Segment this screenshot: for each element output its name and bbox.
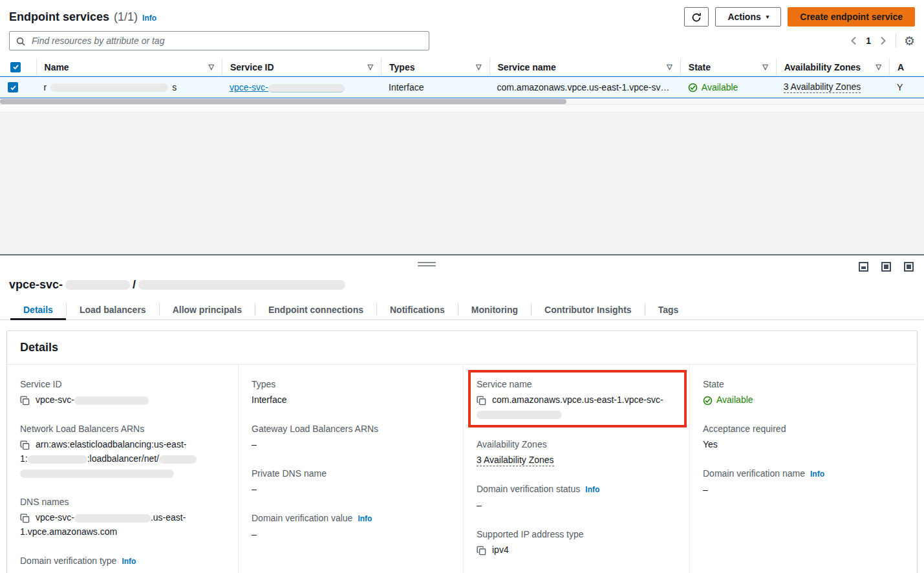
content-background (0, 113, 924, 254)
details-column-1: Service ID vpce-svc- Network Load Balanc… (7, 365, 238, 573)
split-panel-drag-handle-icon[interactable] (418, 262, 436, 268)
field-value: – (20, 570, 225, 573)
overflow-value: Y (897, 82, 903, 92)
copy-icon[interactable] (20, 395, 30, 405)
field-label: Supported IP address type (477, 528, 676, 541)
value-text: 1: (20, 453, 28, 464)
tab-load-balancers[interactable]: Load balancers (67, 299, 159, 319)
create-endpoint-service-button[interactable]: Create endpoint service (788, 7, 915, 27)
copy-icon[interactable] (20, 512, 30, 523)
tab-contributor-insights[interactable]: Contributor Insights (532, 299, 645, 319)
sort-icon[interactable]: ▽ (876, 63, 881, 71)
resource-count: (1/1) (114, 10, 138, 24)
service-name-highlight-box: Service name com.amazonaws.vpce.us-east-… (468, 370, 687, 427)
label-text: Domain verification value (252, 513, 352, 523)
tab-notifications[interactable]: Notifications (377, 299, 458, 319)
field-label: Network Load Balancers ARNs (20, 422, 225, 435)
previous-page-button[interactable] (849, 35, 858, 47)
table-row: rs vpce-svc- Interface com.amazonaws.vpc… (0, 76, 924, 98)
pagination: 1 ⚙ (849, 34, 915, 48)
column-header-types: Types ▽ (381, 58, 489, 76)
field-nlb-arns: Network Load Balancers ARNs arn:aws:elas… (20, 422, 225, 480)
scrollbar-thumb[interactable] (0, 99, 566, 104)
tab-tags[interactable]: Tags (645, 299, 692, 319)
redacted-text (20, 470, 174, 478)
copy-icon[interactable] (20, 439, 30, 449)
sort-icon[interactable]: ▽ (368, 63, 373, 71)
redacted-text (477, 411, 562, 419)
info-link[interactable]: Info (810, 470, 824, 479)
name-text: r (43, 82, 47, 92)
panel-title-separator: / (133, 278, 136, 292)
panel-position-half-icon[interactable] (881, 262, 891, 272)
copy-icon[interactable] (477, 395, 486, 405)
availability-zones-popover-link[interactable]: 3 Availability Zones (784, 81, 861, 93)
redacted-text (28, 455, 87, 464)
info-link[interactable]: Info (585, 485, 599, 494)
field-label: Gateway Load Balancers ARNs (252, 422, 450, 435)
info-link[interactable]: Info (358, 514, 372, 523)
tab-allow-principals[interactable]: Allow principals (160, 299, 255, 319)
split-panel-position-controls (859, 262, 914, 272)
field-service-name: Service name com.amazonaws.vpce.us-east-… (477, 378, 678, 421)
field-availability-zones: Availability Zones 3 Availability Zones (477, 438, 676, 467)
state-badge: Available (688, 82, 738, 93)
column-label: Availability Zones (784, 62, 861, 72)
column-label: A (897, 62, 904, 72)
panel-position-full-icon[interactable] (904, 262, 914, 272)
tab-details[interactable]: Details (10, 299, 66, 319)
value-text: vpce-svc- (36, 395, 74, 405)
sort-icon[interactable]: ▽ (208, 63, 213, 71)
table-bottom-strip (0, 105, 924, 113)
panel-position-bottom-icon[interactable] (859, 262, 868, 272)
field-value: arn:aws:elasticloadbalancing:us-east- 1:… (20, 437, 225, 480)
field-state: State Available (703, 378, 904, 407)
check-circle-icon (703, 393, 713, 407)
sort-icon[interactable]: ▽ (476, 63, 481, 71)
column-header-service-name: Service name ▽ (489, 58, 680, 76)
field-label: Domain verification nameInfo (703, 467, 904, 481)
column-label: Name (45, 62, 69, 72)
column-header-availability-zones: Availability Zones ▽ (776, 58, 889, 76)
tab-endpoint-connections[interactable]: Endpoint connections (255, 299, 376, 319)
table-toolbar: 1 ⚙ (9, 31, 915, 50)
table-settings-gear-icon[interactable]: ⚙ (904, 35, 915, 47)
availability-zones-popover-link[interactable]: 3 Availability Zones (477, 455, 554, 466)
field-domain-verification-type: Domain verification typeInfo – (20, 554, 225, 573)
row-checkbox[interactable] (8, 82, 18, 92)
field-label: Service ID (20, 378, 225, 391)
field-value: – (252, 527, 450, 541)
next-page-button[interactable] (879, 35, 888, 47)
title-group: Endpoint services (1/1) Info (9, 10, 156, 24)
page-info-link[interactable]: Info (142, 14, 156, 23)
field-value: Interface (252, 393, 450, 407)
details-card-heading: Details (7, 331, 917, 365)
field-label: Domain verification statusInfo (477, 482, 676, 496)
search-input[interactable] (9, 31, 429, 50)
details-card: Details Service ID vpce-svc- Network Loa… (6, 330, 918, 573)
types-value: Interface (389, 82, 424, 92)
sort-icon[interactable]: ▽ (667, 63, 672, 71)
sort-icon[interactable]: ▽ (762, 63, 768, 71)
service-id-link[interactable]: vpce-svc- (230, 82, 345, 92)
cell-service-id: vpce-svc- (222, 82, 381, 92)
field-value: vpce-svc- (20, 393, 225, 407)
cell-state: Available (680, 82, 776, 93)
select-all-checkbox[interactable] (10, 62, 21, 72)
field-domain-verification-value: Domain verification valueInfo – (252, 512, 450, 541)
info-link[interactable]: Info (122, 557, 136, 566)
field-value: – (703, 482, 904, 497)
field-supported-ip-address-type: Supported IP address type ipv4 (477, 528, 676, 557)
cell-availability-zones: 3 Availability Zones (776, 81, 889, 93)
service-name-value: com.amazonaws.vpce.us-east-1.vpce-sv… (497, 82, 670, 92)
label-text: Domain verification status (477, 484, 580, 494)
refresh-button[interactable] (684, 7, 709, 27)
actions-button[interactable]: Actions ▾ (715, 7, 781, 27)
column-label: Service ID (230, 62, 274, 72)
tab-monitoring[interactable]: Monitoring (458, 299, 531, 319)
state-label: Available (702, 82, 738, 92)
value-text: 1.vpce.amazonaws.com (20, 526, 117, 537)
field-label: DNS names (20, 495, 225, 508)
copy-icon[interactable] (477, 545, 486, 555)
horizontal-scrollbar (0, 98, 924, 105)
